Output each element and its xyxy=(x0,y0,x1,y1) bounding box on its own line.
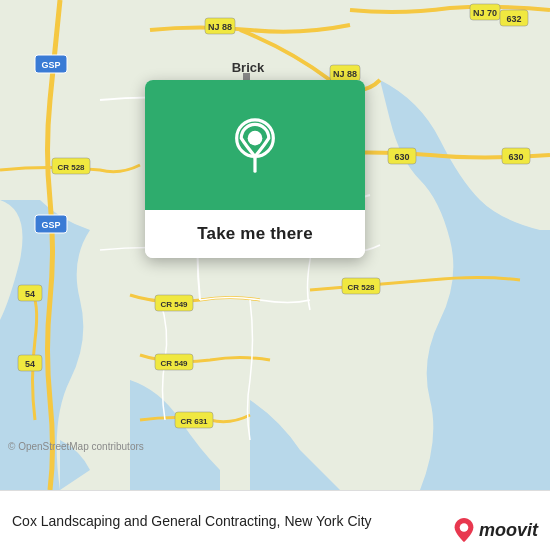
popup-card: Take me there xyxy=(145,80,365,258)
svg-text:632: 632 xyxy=(506,14,521,24)
svg-point-34 xyxy=(248,130,263,145)
popup-green-area xyxy=(145,80,365,210)
svg-point-35 xyxy=(460,523,469,532)
map-container[interactable]: GSP GSP NJ 88 NJ 88 NJ 70 630 630 632 CR… xyxy=(0,0,550,490)
svg-text:CR 631: CR 631 xyxy=(180,417,208,426)
svg-text:630: 630 xyxy=(394,152,409,162)
svg-text:GSP: GSP xyxy=(41,60,60,70)
svg-text:CR 528: CR 528 xyxy=(347,283,375,292)
bottom-bar: Cox Landscaping and General Contracting,… xyxy=(0,490,550,550)
svg-text:CR 528: CR 528 xyxy=(57,163,85,172)
moovit-pin-icon xyxy=(453,518,475,542)
svg-text:NJ 70: NJ 70 xyxy=(473,8,497,18)
svg-text:54: 54 xyxy=(25,359,35,369)
svg-text:54: 54 xyxy=(25,289,35,299)
svg-text:NJ 88: NJ 88 xyxy=(333,69,357,79)
svg-text:CR 549: CR 549 xyxy=(160,300,188,309)
moovit-logo[interactable]: moovit xyxy=(453,518,538,542)
svg-text:Brick: Brick xyxy=(232,60,265,75)
svg-text:GSP: GSP xyxy=(41,220,60,230)
location-pin-icon xyxy=(230,118,280,173)
take-me-there-button[interactable]: Take me there xyxy=(145,210,365,258)
svg-text:CR 549: CR 549 xyxy=(160,359,188,368)
svg-rect-32 xyxy=(243,73,250,80)
svg-text:NJ 88: NJ 88 xyxy=(208,22,232,32)
copyright-text: © OpenStreetMap contributors xyxy=(8,441,144,452)
moovit-brand-text: moovit xyxy=(479,520,538,541)
svg-text:630: 630 xyxy=(508,152,523,162)
